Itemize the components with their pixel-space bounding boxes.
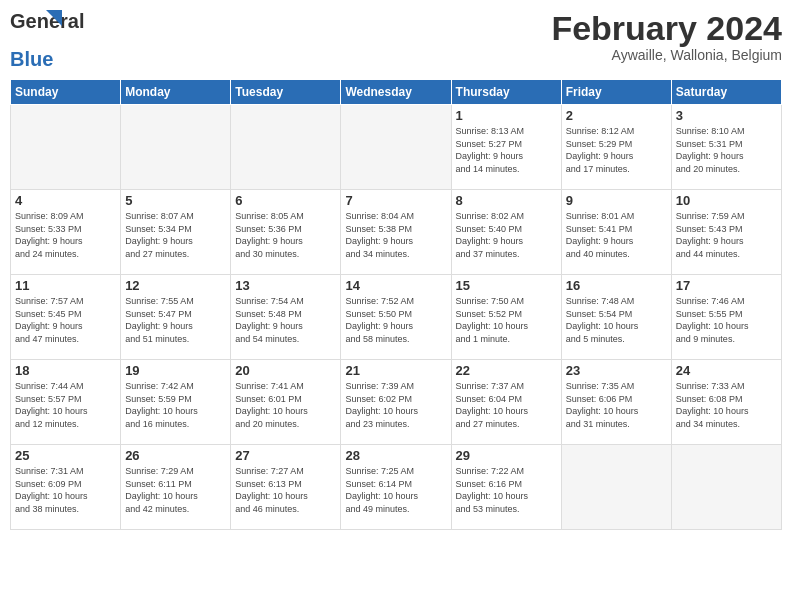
logo-triangle-icon: [46, 10, 62, 26]
calendar-day-cell: 1Sunrise: 8:13 AM Sunset: 5:27 PM Daylig…: [451, 105, 561, 190]
calendar-day-cell: 21Sunrise: 7:39 AM Sunset: 6:02 PM Dayli…: [341, 360, 451, 445]
day-info: Sunrise: 7:25 AM Sunset: 6:14 PM Dayligh…: [345, 465, 446, 515]
day-info: Sunrise: 7:22 AM Sunset: 6:16 PM Dayligh…: [456, 465, 557, 515]
day-info: Sunrise: 7:55 AM Sunset: 5:47 PM Dayligh…: [125, 295, 226, 345]
day-info: Sunrise: 7:41 AM Sunset: 6:01 PM Dayligh…: [235, 380, 336, 430]
day-info: Sunrise: 7:59 AM Sunset: 5:43 PM Dayligh…: [676, 210, 777, 260]
calendar-day-cell: 10Sunrise: 7:59 AM Sunset: 5:43 PM Dayli…: [671, 190, 781, 275]
calendar-day-cell: [561, 445, 671, 530]
weekday-header: Sunday: [11, 80, 121, 105]
day-number: 8: [456, 193, 557, 208]
day-number: 29: [456, 448, 557, 463]
day-info: Sunrise: 7:37 AM Sunset: 6:04 PM Dayligh…: [456, 380, 557, 430]
calendar-day-cell: 19Sunrise: 7:42 AM Sunset: 5:59 PM Dayli…: [121, 360, 231, 445]
day-number: 23: [566, 363, 667, 378]
day-info: Sunrise: 8:09 AM Sunset: 5:33 PM Dayligh…: [15, 210, 116, 260]
calendar-day-cell: [121, 105, 231, 190]
calendar-body: 1Sunrise: 8:13 AM Sunset: 5:27 PM Daylig…: [11, 105, 782, 530]
day-info: Sunrise: 7:39 AM Sunset: 6:02 PM Dayligh…: [345, 380, 446, 430]
calendar-day-cell: 18Sunrise: 7:44 AM Sunset: 5:57 PM Dayli…: [11, 360, 121, 445]
day-number: 26: [125, 448, 226, 463]
day-number: 25: [15, 448, 116, 463]
day-number: 16: [566, 278, 667, 293]
day-number: 10: [676, 193, 777, 208]
day-number: 24: [676, 363, 777, 378]
day-number: 6: [235, 193, 336, 208]
day-number: 22: [456, 363, 557, 378]
day-number: 27: [235, 448, 336, 463]
month-title: February 2024: [551, 10, 782, 47]
day-number: 11: [15, 278, 116, 293]
weekday-header: Saturday: [671, 80, 781, 105]
location-subtitle: Aywaille, Wallonia, Belgium: [551, 47, 782, 63]
calendar-day-cell: 29Sunrise: 7:22 AM Sunset: 6:16 PM Dayli…: [451, 445, 561, 530]
day-info: Sunrise: 7:48 AM Sunset: 5:54 PM Dayligh…: [566, 295, 667, 345]
day-info: Sunrise: 8:05 AM Sunset: 5:36 PM Dayligh…: [235, 210, 336, 260]
day-info: Sunrise: 8:07 AM Sunset: 5:34 PM Dayligh…: [125, 210, 226, 260]
day-number: 12: [125, 278, 226, 293]
day-info: Sunrise: 8:02 AM Sunset: 5:40 PM Dayligh…: [456, 210, 557, 260]
weekday-header: Wednesday: [341, 80, 451, 105]
day-info: Sunrise: 7:29 AM Sunset: 6:11 PM Dayligh…: [125, 465, 226, 515]
weekday-header: Thursday: [451, 80, 561, 105]
day-number: 1: [456, 108, 557, 123]
calendar-day-cell: 2Sunrise: 8:12 AM Sunset: 5:29 PM Daylig…: [561, 105, 671, 190]
day-info: Sunrise: 7:27 AM Sunset: 6:13 PM Dayligh…: [235, 465, 336, 515]
weekday-header: Monday: [121, 80, 231, 105]
calendar-day-cell: 26Sunrise: 7:29 AM Sunset: 6:11 PM Dayli…: [121, 445, 231, 530]
calendar-day-cell: 24Sunrise: 7:33 AM Sunset: 6:08 PM Dayli…: [671, 360, 781, 445]
calendar-day-cell: 4Sunrise: 8:09 AM Sunset: 5:33 PM Daylig…: [11, 190, 121, 275]
day-number: 9: [566, 193, 667, 208]
calendar-day-cell: [341, 105, 451, 190]
calendar-day-cell: 8Sunrise: 8:02 AM Sunset: 5:40 PM Daylig…: [451, 190, 561, 275]
calendar-day-cell: 23Sunrise: 7:35 AM Sunset: 6:06 PM Dayli…: [561, 360, 671, 445]
weekday-header: Tuesday: [231, 80, 341, 105]
day-info: Sunrise: 8:04 AM Sunset: 5:38 PM Dayligh…: [345, 210, 446, 260]
day-number: 18: [15, 363, 116, 378]
day-info: Sunrise: 7:46 AM Sunset: 5:55 PM Dayligh…: [676, 295, 777, 345]
day-number: 28: [345, 448, 446, 463]
day-info: Sunrise: 8:01 AM Sunset: 5:41 PM Dayligh…: [566, 210, 667, 260]
calendar-header: SundayMondayTuesdayWednesdayThursdayFrid…: [11, 80, 782, 105]
calendar-day-cell: 9Sunrise: 8:01 AM Sunset: 5:41 PM Daylig…: [561, 190, 671, 275]
calendar-day-cell: 17Sunrise: 7:46 AM Sunset: 5:55 PM Dayli…: [671, 275, 781, 360]
calendar-day-cell: 14Sunrise: 7:52 AM Sunset: 5:50 PM Dayli…: [341, 275, 451, 360]
day-info: Sunrise: 7:31 AM Sunset: 6:09 PM Dayligh…: [15, 465, 116, 515]
calendar-week-row: 18Sunrise: 7:44 AM Sunset: 5:57 PM Dayli…: [11, 360, 782, 445]
calendar-day-cell: 25Sunrise: 7:31 AM Sunset: 6:09 PM Dayli…: [11, 445, 121, 530]
day-number: 5: [125, 193, 226, 208]
calendar-day-cell: 28Sunrise: 7:25 AM Sunset: 6:14 PM Dayli…: [341, 445, 451, 530]
day-number: 3: [676, 108, 777, 123]
day-info: Sunrise: 7:42 AM Sunset: 5:59 PM Dayligh…: [125, 380, 226, 430]
day-number: 4: [15, 193, 116, 208]
day-number: 2: [566, 108, 667, 123]
calendar-day-cell: 22Sunrise: 7:37 AM Sunset: 6:04 PM Dayli…: [451, 360, 561, 445]
day-info: Sunrise: 7:54 AM Sunset: 5:48 PM Dayligh…: [235, 295, 336, 345]
day-info: Sunrise: 7:52 AM Sunset: 5:50 PM Dayligh…: [345, 295, 446, 345]
calendar-day-cell: 6Sunrise: 8:05 AM Sunset: 5:36 PM Daylig…: [231, 190, 341, 275]
day-info: Sunrise: 8:12 AM Sunset: 5:29 PM Dayligh…: [566, 125, 667, 175]
calendar-table: SundayMondayTuesdayWednesdayThursdayFrid…: [10, 79, 782, 530]
calendar-week-row: 4Sunrise: 8:09 AM Sunset: 5:33 PM Daylig…: [11, 190, 782, 275]
calendar-week-row: 11Sunrise: 7:57 AM Sunset: 5:45 PM Dayli…: [11, 275, 782, 360]
day-number: 14: [345, 278, 446, 293]
day-number: 21: [345, 363, 446, 378]
calendar-day-cell: 27Sunrise: 7:27 AM Sunset: 6:13 PM Dayli…: [231, 445, 341, 530]
calendar-day-cell: 12Sunrise: 7:55 AM Sunset: 5:47 PM Dayli…: [121, 275, 231, 360]
day-number: 17: [676, 278, 777, 293]
logo: General Blue: [10, 10, 54, 71]
day-info: Sunrise: 8:13 AM Sunset: 5:27 PM Dayligh…: [456, 125, 557, 175]
calendar-day-cell: 13Sunrise: 7:54 AM Sunset: 5:48 PM Dayli…: [231, 275, 341, 360]
calendar-day-cell: [11, 105, 121, 190]
logo-icon: General: [10, 10, 54, 50]
title-block: February 2024 Aywaille, Wallonia, Belgiu…: [551, 10, 782, 63]
day-number: 19: [125, 363, 226, 378]
calendar-week-row: 25Sunrise: 7:31 AM Sunset: 6:09 PM Dayli…: [11, 445, 782, 530]
calendar-day-cell: [671, 445, 781, 530]
day-number: 13: [235, 278, 336, 293]
day-info: Sunrise: 7:44 AM Sunset: 5:57 PM Dayligh…: [15, 380, 116, 430]
header-row: SundayMondayTuesdayWednesdayThursdayFrid…: [11, 80, 782, 105]
calendar-day-cell: 16Sunrise: 7:48 AM Sunset: 5:54 PM Dayli…: [561, 275, 671, 360]
calendar-day-cell: 11Sunrise: 7:57 AM Sunset: 5:45 PM Dayli…: [11, 275, 121, 360]
day-number: 15: [456, 278, 557, 293]
